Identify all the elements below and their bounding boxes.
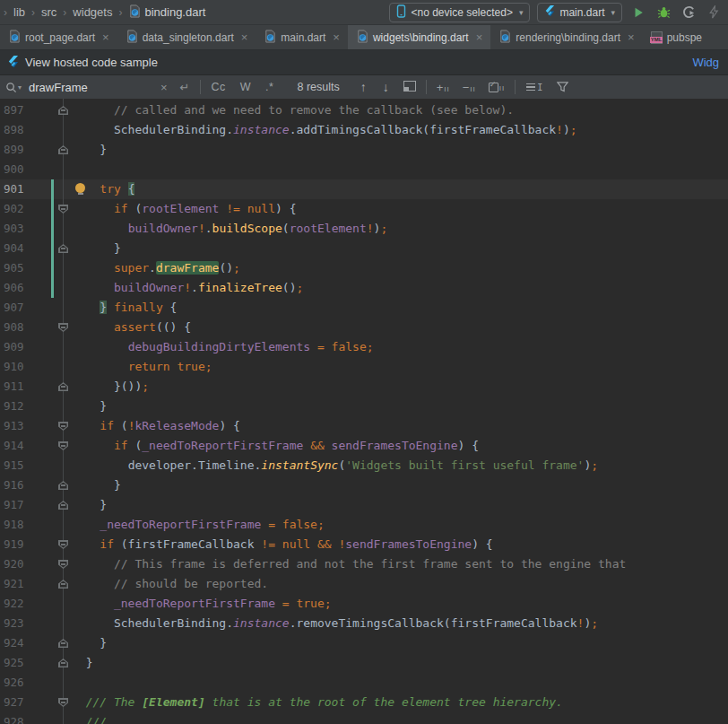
code-line[interactable]: 905 super.drawFrame();: [0, 258, 728, 278]
close-tab-icon[interactable]: ×: [476, 31, 483, 44]
line-number[interactable]: 921: [4, 574, 24, 594]
line-number[interactable]: 923: [4, 614, 24, 633]
regex-toggle[interactable]: .*: [258, 81, 281, 93]
fold-marker-icon[interactable]: [58, 659, 68, 667]
fold-marker-icon[interactable]: [58, 441, 68, 450]
code-line[interactable]: 924 }: [0, 633, 728, 653]
code-line[interactable]: 911 }());: [0, 377, 728, 397]
code-line[interactable]: 910 return true;: [0, 357, 728, 377]
banner-link[interactable]: Widg: [692, 56, 719, 69]
line-number[interactable]: 898: [4, 120, 24, 140]
line-number[interactable]: 909: [4, 337, 24, 357]
line-number[interactable]: 908: [4, 318, 24, 337]
line-number[interactable]: 919: [4, 535, 24, 554]
code-line[interactable]: 898 SchedulerBinding.instance.addTimings…: [0, 120, 728, 140]
whole-words-toggle[interactable]: W: [233, 81, 258, 93]
code-line[interactable]: 919 if (firstFrameCallback != null && !s…: [0, 535, 728, 554]
code-line[interactable]: 918 _needToReportFirstFrame = false;: [0, 515, 728, 535]
line-number[interactable]: 927: [4, 693, 24, 712]
code-line[interactable]: 912 }: [0, 397, 728, 416]
close-tab-icon[interactable]: ×: [628, 31, 635, 44]
editor-tab[interactable]: root_page.dart×: [0, 25, 117, 49]
search-filter-funnel-icon[interactable]: [550, 82, 576, 92]
code-line[interactable]: 901 try {: [0, 179, 728, 199]
line-number[interactable]: 900: [4, 160, 24, 179]
code-line[interactable]: 902 if (rootElement != null) {: [0, 199, 728, 219]
fold-marker-icon[interactable]: [58, 205, 68, 214]
code-line[interactable]: 923 SchedulerBinding.instance.removeTimi…: [0, 614, 728, 633]
code-line[interactable]: 917 }: [0, 495, 728, 515]
breadcrumb-item[interactable]: lib: [13, 5, 25, 19]
editor-tab[interactable]: rendering\binding.dart×: [490, 25, 642, 49]
profile-button[interactable]: [680, 4, 698, 22]
code-line[interactable]: 927 /// The [Element] that is at the roo…: [0, 693, 728, 712]
code-line[interactable]: 916 }: [0, 475, 728, 495]
fold-marker-icon[interactable]: [58, 323, 68, 332]
line-number[interactable]: 903: [4, 219, 24, 239]
code-line[interactable]: 914 if (_needToReportFirstFrame && sendF…: [0, 436, 728, 456]
code-editor[interactable]: 897 // called and we need to remove the …: [0, 99, 728, 724]
line-number[interactable]: 902: [4, 199, 24, 219]
device-selector[interactable]: <no device selected> ▾: [389, 3, 530, 22]
code-line[interactable]: 926: [0, 673, 728, 693]
line-number[interactable]: 899: [4, 140, 24, 160]
code-line[interactable]: 915 developer.Timeline.instantSync('Widg…: [0, 456, 728, 475]
code-line[interactable]: 913 if (!kReleaseMode) {: [0, 416, 728, 436]
editor-tab[interactable]: main.dart×: [256, 25, 348, 49]
breadcrumb-file[interactable]: binding.dart: [128, 4, 205, 21]
code-line[interactable]: 921 // should be reported.: [0, 574, 728, 594]
code-line[interactable]: 909 debugBuildingDirtyElements = false;: [0, 337, 728, 357]
fold-marker-icon[interactable]: [58, 580, 68, 589]
line-number[interactable]: 906: [4, 278, 24, 298]
line-number[interactable]: 925: [4, 653, 24, 673]
line-number[interactable]: 920: [4, 554, 24, 574]
line-number[interactable]: 922: [4, 594, 24, 614]
line-number[interactable]: 911: [4, 377, 24, 397]
line-number[interactable]: 928: [4, 712, 24, 724]
code-line[interactable]: 900: [0, 160, 728, 179]
breadcrumb-item[interactable]: src: [41, 5, 56, 19]
line-number[interactable]: 917: [4, 495, 24, 515]
open-in-find-window-icon[interactable]: [397, 81, 422, 94]
fold-marker-icon[interactable]: [58, 145, 68, 154]
remove-occurrence-icon[interactable]: −II: [456, 82, 482, 93]
fold-marker-icon[interactable]: [58, 540, 68, 549]
fold-marker-icon[interactable]: [58, 560, 68, 569]
filter-results-icon[interactable]: I: [519, 83, 550, 92]
code-line[interactable]: 908 assert(() {: [0, 318, 728, 337]
code-line[interactable]: 922 _needToReportFirstFrame = true;: [0, 594, 728, 614]
line-number[interactable]: 897: [4, 100, 24, 120]
line-number[interactable]: 913: [4, 416, 24, 436]
fold-marker-icon[interactable]: [58, 481, 68, 490]
previous-occurrence-button[interactable]: ↑: [352, 80, 375, 94]
fold-marker-icon[interactable]: [58, 639, 68, 648]
line-number[interactable]: 901: [4, 179, 24, 199]
intention-bulb-icon[interactable]: [75, 183, 85, 193]
fold-marker-icon[interactable]: [58, 244, 68, 253]
close-tab-icon[interactable]: ×: [102, 31, 109, 44]
line-number[interactable]: 910: [4, 357, 24, 377]
multiline-search-icon[interactable]: ↵: [174, 81, 196, 94]
line-number[interactable]: 914: [4, 436, 24, 456]
fold-marker-icon[interactable]: [58, 698, 68, 707]
line-number[interactable]: 918: [4, 515, 24, 535]
breadcrumb-item[interactable]: widgets: [73, 5, 112, 19]
code-line[interactable]: 920 // This frame is deferred and not th…: [0, 554, 728, 574]
fold-marker-icon[interactable]: [58, 422, 68, 431]
code-line[interactable]: 928 ///: [0, 712, 728, 724]
hot-reload-icon[interactable]: [705, 4, 723, 22]
match-case-toggle[interactable]: Cc: [204, 81, 233, 93]
line-number[interactable]: 907: [4, 298, 24, 318]
line-number[interactable]: 916: [4, 475, 24, 495]
clear-search-icon[interactable]: ×: [154, 81, 174, 94]
search-icon[interactable]: ▾: [5, 82, 22, 93]
code-line[interactable]: 903 buildOwner!.buildScope(rootElement!)…: [0, 219, 728, 239]
code-line[interactable]: 897 // called and we need to remove the …: [0, 100, 728, 120]
run-button[interactable]: [629, 4, 647, 22]
code-line[interactable]: 904 }: [0, 239, 728, 258]
next-occurrence-button[interactable]: ↓: [375, 80, 397, 94]
fold-marker-icon[interactable]: [58, 106, 68, 115]
add-occurrence-icon[interactable]: +II: [430, 82, 456, 93]
fold-marker-icon[interactable]: [58, 501, 68, 510]
select-all-occurrences-icon[interactable]: II: [482, 83, 511, 92]
